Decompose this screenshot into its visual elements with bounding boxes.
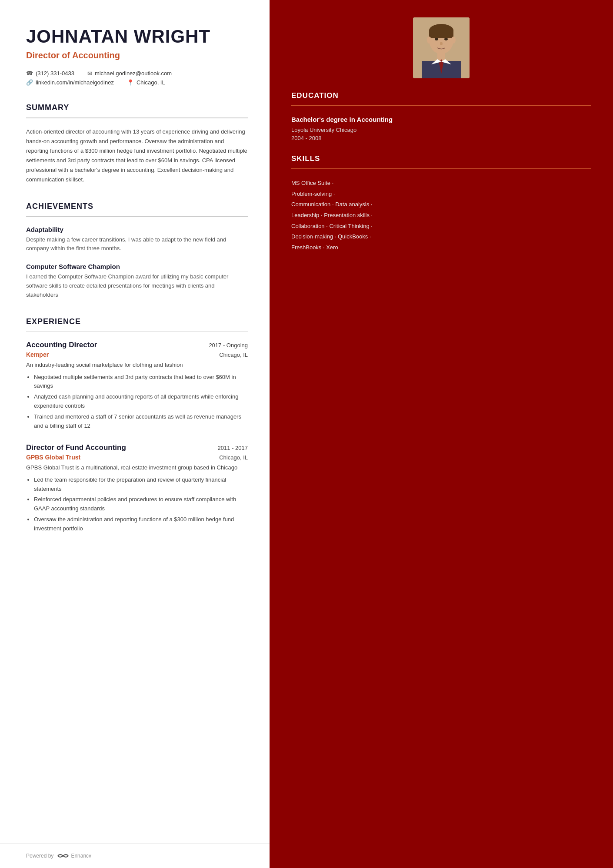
phone-item: ☎ (312) 331-0433 [26,70,74,77]
location-item: 📍 Chicago, IL [127,79,165,86]
location-text: Chicago, IL [137,79,165,86]
header: JOHNATAN WRIGHT Director of Accounting ☎… [26,26,248,86]
location-icon: 📍 [127,79,134,86]
exp-location-1: Chicago, IL [219,352,248,358]
exp-bullet-2-2: Reinforced departmental policies and pro… [34,495,248,513]
education-years: 2004 - 2008 [291,135,591,141]
experience-item-2: Director of Fund Accounting 2011 - 2017 … [26,443,248,533]
resume-container: JOHNATAN WRIGHT Director of Accounting ☎… [0,0,613,868]
svg-rect-3 [429,30,453,38]
candidate-photo [413,17,470,78]
achievement-title-2: Computer Software Champion [26,263,248,270]
exp-bullet-2-3: Oversaw the administration and reporting… [34,515,248,533]
exp-location-2: Chicago, IL [219,454,248,461]
linkedin-icon: 🔗 [26,79,33,86]
svg-point-8 [440,42,443,45]
summary-text: Action-oriented director of accounting w… [26,127,248,185]
experience-item-1: Accounting Director 2017 - Ongoing Kempe… [26,341,248,430]
linkedin-item: 🔗 linkedin.com/in/michaelgodinez [26,79,114,86]
exp-header-2: Director of Fund Accounting 2011 - 2017 [26,443,248,452]
email-text: michael.godinez@outlook.com [95,70,172,77]
skill-item-6: Decision-making · QuickBooks · [291,231,591,242]
skill-item-4: Leadership · Presentation skills · [291,210,591,221]
education-divider [291,105,591,106]
exp-bullet-1-3: Trained and mentored a staff of 7 senior… [34,412,248,431]
summary-divider [26,117,248,118]
exp-header-1: Accounting Director 2017 - Ongoing [26,341,248,349]
photo-svg [413,17,470,78]
skill-item-7: FreshBooks · Xero [291,242,591,253]
svg-point-4 [427,37,431,44]
achievements-divider [26,216,248,217]
achievements-header: ACHIEVEMENTS [26,202,248,211]
skills-header: SKILLS [291,154,591,163]
education-school: Loyola University Chicago [291,127,591,133]
experience-divider [26,332,248,332]
achievement-desc-1: Despite making a few career transitions,… [26,235,248,254]
right-panel: EDUCATION Bachelor's degree in Accountin… [270,0,613,868]
achievement-title-1: Adaptability [26,226,248,233]
exp-company-row-1: Kemper Chicago, IL [26,351,248,358]
enhancv-logo: Enhancv [57,852,91,859]
achievement-item-2: Computer Software Champion I earned the … [26,263,248,299]
exp-company-row-2: GPBS Global Trust Chicago, IL [26,454,248,461]
education-section: EDUCATION Bachelor's degree in Accountin… [291,91,591,141]
exp-title-1: Accounting Director [26,341,97,349]
achievement-desc-2: I earned the Computer Software Champion … [26,272,248,299]
logo-icon [57,852,69,859]
email-item: ✉ michael.godinez@outlook.com [87,70,172,77]
skill-item-1: MS Office Suite · [291,178,591,189]
achievement-item-1: Adaptability Despite making a few career… [26,226,248,254]
exp-description-1: An industry-leading social marketplace f… [26,361,248,369]
left-panel: JOHNATAN WRIGHT Director of Accounting ☎… [0,0,270,868]
exp-bullets-1: Negotiated multiple settlements and 3rd … [26,373,248,431]
exp-company-2: GPBS Global Trust [26,454,80,461]
exp-company-1: Kemper [26,351,49,358]
brand-name: Enhancv [71,853,91,859]
exp-bullet-1-1: Negotiated multiple settlements and 3rd … [34,373,248,391]
contact-row-1: ☎ (312) 331-0433 ✉ michael.godinez@outlo… [26,70,248,77]
exp-description-2: GPBS Global Trust is a multinational, re… [26,463,248,472]
experience-section: EXPERIENCE Accounting Director 2017 - On… [26,317,248,533]
skill-item-3: Communication · Data analysis · [291,199,591,210]
phone-text: (312) 331-0433 [36,70,74,77]
svg-point-5 [451,37,456,44]
exp-bullet-1-2: Analyzed cash planning and accounting re… [34,392,248,411]
linkedin-text: linkedin.com/in/michaelgodinez [36,79,114,86]
svg-point-7 [444,38,448,40]
summary-section: SUMMARY Action-oriented director of acco… [26,103,248,184]
svg-point-6 [435,38,438,40]
exp-dates-2: 2011 - 2017 [218,445,248,451]
exp-dates-1: 2017 - Ongoing [209,342,248,349]
photo-container [291,0,591,91]
contact-info: ☎ (312) 331-0433 ✉ michael.godinez@outlo… [26,70,248,86]
experience-header: EXPERIENCE [26,317,248,326]
skills-section: SKILLS MS Office Suite · Problem-solving… [291,154,591,253]
exp-title-2: Director of Fund Accounting [26,443,126,452]
contact-row-2: 🔗 linkedin.com/in/michaelgodinez 📍 Chica… [26,79,248,86]
summary-header: SUMMARY [26,103,248,112]
phone-icon: ☎ [26,70,33,77]
candidate-title: Director of Accounting [26,50,248,60]
skill-item-5: Collaboration · Critical Thinking · [291,221,591,232]
skill-item-2: Problem-solving · [291,189,591,200]
education-degree: Bachelor's degree in Accounting [291,115,591,124]
powered-by-text: Powered by [26,853,53,859]
email-icon: ✉ [87,70,92,77]
candidate-name: JOHNATAN WRIGHT [26,26,248,47]
exp-bullets-2: Led the team responsible for the prepara… [26,476,248,533]
education-header: EDUCATION [291,91,591,100]
skills-divider [291,168,591,169]
achievements-section: ACHIEVEMENTS Adaptability Despite making… [26,202,248,299]
exp-bullet-2-1: Led the team responsible for the prepara… [34,476,248,494]
footer-left: Powered by Enhancv [26,852,91,859]
